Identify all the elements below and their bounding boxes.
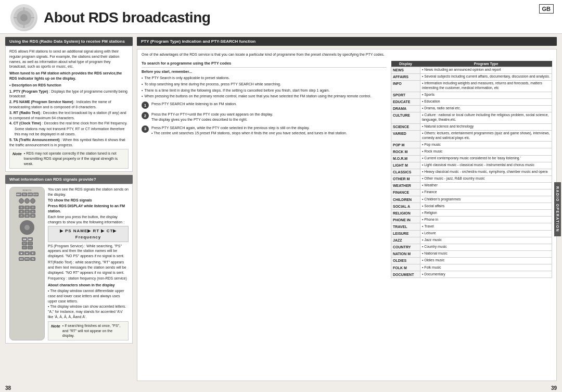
display-cell: NATION M (391, 250, 420, 257)
rds-intro: RDS allows FM stations to send an additi… (9, 49, 129, 69)
rds-note: Note • RDS may not operate correctly if … (9, 149, 129, 168)
program-cell: • Pop music (420, 142, 552, 148)
program-cell: • Sports (420, 92, 552, 98)
program-cell: • Social affairs (420, 203, 552, 210)
pty-left: To search for a programme using the PTY … (142, 61, 387, 378)
left-column: Using the RDS (Radio Data System) to rec… (5, 37, 133, 381)
svg-point-2 (20, 14, 28, 21)
display-cell: POP M (391, 142, 420, 148)
table-row: EDUCATE• Education (391, 98, 552, 105)
col-program: Program Type (420, 61, 552, 67)
program-cell: • National music (420, 250, 552, 257)
rds-content: RDS allows FM stations to send an additi… (5, 46, 133, 172)
program-cell: • Natural science and technology (420, 123, 552, 130)
to-show-header: TO show the RDS signals (48, 198, 129, 203)
table-row: TRAVEL• Travel (391, 223, 552, 230)
page-num-left: 38 (5, 385, 11, 391)
rt-text: RT(Radio Text) : while searching, "RT" a… (48, 260, 129, 275)
table-row: VARIED• Others: lectures, entertainment … (391, 130, 552, 142)
page-title: About RDS broadcasting (44, 9, 210, 26)
display-cell: SPORT (391, 92, 420, 98)
table-row: LEISURE• Leisure (391, 230, 552, 237)
table-row: OLDIES• Oldies music (391, 257, 552, 264)
step-3: 3 Press PTY SEARCH again, while the PTY … (142, 125, 387, 136)
col-display: Display (391, 61, 420, 67)
table-row: FINANCE• Finance (391, 189, 552, 196)
program-cell: • Oldies music (420, 257, 552, 264)
program-cell: • Phone in (420, 217, 552, 223)
freq-text: Frequency : station frequency (non-RDS s… (48, 276, 129, 281)
display-cell: ROCK M (391, 148, 420, 155)
table-row: FOLK M• Folk music (391, 264, 552, 271)
rds-item-1: 1. PTY (Program Type) : Displays the typ… (9, 89, 129, 99)
display-cell: TRAVEL (391, 223, 420, 230)
program-cell: • Culture : national or local culture in… (420, 112, 552, 123)
what-info-section: What information can RDS signals provide… (5, 175, 133, 344)
display-cell: VARIED (391, 130, 420, 142)
program-cell: • Children's programmes (420, 196, 552, 203)
what-info-text: You can see the RDS signals the station … (48, 187, 129, 341)
table-row: RELIGION• Religion (391, 210, 552, 217)
pty-section: One of the advantages of the RDS service… (137, 49, 557, 381)
table-row: PHONE IN• Phone in (391, 217, 552, 223)
program-cell: • Information including weights and meas… (420, 80, 552, 92)
display-cell: CLASSICS (391, 169, 420, 175)
step-1-text: Press PTY SEARCH while listening to an F… (151, 102, 387, 107)
brand-logo (10, 4, 37, 31)
program-cell: • Heavy classical music - orchestra musi… (420, 169, 552, 175)
step-3-text: Press PTY SEARCH again, while the PTY co… (151, 125, 387, 136)
table-row: NEWS• News including an announced opinio… (391, 67, 552, 73)
before-start: Before you start, remember... The PTY Se… (142, 69, 387, 99)
page-header: About RDS broadcasting GB (0, 0, 562, 34)
search-header: To search for a programme using the PTY … (142, 61, 387, 68)
table-row: CLASSICS• Heavy classical music - orches… (391, 169, 552, 175)
pty-section-header: PTY (Program Type) indication and PTY-SE… (137, 37, 557, 46)
display-cell: LIGHT M (391, 162, 420, 169)
rds-indicator-note: When tuned to an FM station which provid… (9, 71, 129, 81)
note-label-2: Note (51, 323, 60, 329)
rds-desc-header: • Description on RDS function (9, 83, 129, 88)
press-instruction: Press RDS DISPLAY while listening to an … (48, 204, 129, 214)
program-cell: • Rock music (420, 148, 552, 155)
rds-item-3: 3. RT (Radio Text) : Decodes the text br… (9, 110, 129, 121)
table-row: SPORT• Sports (391, 92, 552, 98)
rds-item-5: 5. TA (Traffic Announcement) : When this… (9, 137, 129, 148)
gb-badge: GB (539, 4, 554, 14)
display-cell: SOCIAL A (391, 203, 420, 210)
step-1-num: 1 (142, 102, 149, 109)
display-cell: OLDIES (391, 257, 420, 264)
table-row: SCIENCE• Natural science and technology (391, 123, 552, 130)
table-row: LIGHT M• Light classical music - classic… (391, 162, 552, 169)
bullet-2: To stop searching any time during the pr… (142, 82, 387, 87)
pty-content: To search for a programme using the PTY … (142, 61, 552, 378)
display-cell: CULTURE (391, 112, 420, 123)
table-row: DRAMA• Drama, radio serial etc. (391, 105, 552, 112)
display-cell: EDUCATE (391, 98, 420, 105)
bullet-1: The PTY Search is only applicable to pre… (142, 75, 387, 81)
display-cell: AFFAIRS (391, 73, 420, 80)
table-row: NATION M• National music (391, 250, 552, 257)
program-cell: • Documentary (420, 271, 552, 278)
about-item-1: • The display window cannot differentiat… (48, 288, 129, 304)
display-cell: NEWS (391, 67, 420, 73)
remote-area: REMOTE AMPTVDVDDCR 147 258 (9, 187, 129, 341)
display-cell: OTHER M (391, 175, 420, 182)
step-2: 2 Press the PTY-or PTY+until the PTY cod… (142, 112, 387, 122)
program-cell: • Folk music (420, 264, 552, 271)
what-info-content: REMOTE AMPTVDVDDCR 147 258 (5, 184, 133, 344)
display-cell: LEISURE (391, 230, 420, 237)
program-cell: • Jazz music (420, 237, 552, 244)
about-item-2: • The display window can show accented l… (48, 304, 129, 319)
display-cell: M.O.R.M (391, 155, 420, 162)
display-cell: JAZZ (391, 237, 420, 244)
step-2-num: 2 (142, 112, 149, 119)
what-info-header: What information can RDS signals provide… (5, 175, 133, 184)
table-row: AFFAIRS• Several subjects including curr… (391, 73, 552, 80)
page-num-right: 39 (551, 385, 557, 391)
display-cell: CHILDREN (391, 196, 420, 203)
display-cell: INFO (391, 80, 420, 92)
right-wrapper: PTY (Program Type) indication and PTY-SE… (137, 37, 557, 381)
table-row: M.O.R.M• Current contemporary music cons… (391, 155, 552, 162)
display-cell: FOLK M (391, 264, 420, 271)
display-cell: SCIENCE (391, 123, 420, 130)
